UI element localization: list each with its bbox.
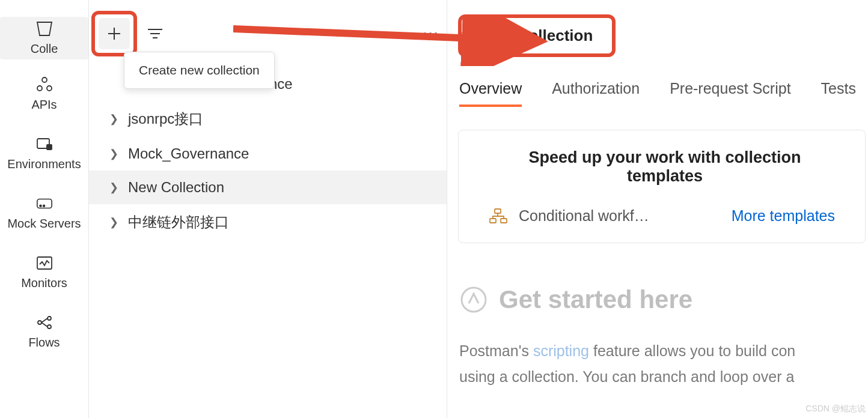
tree-label: New Collection [128,179,224,196]
nav-label: Environments [7,157,81,171]
chevron-right-icon: ❯ [109,147,118,160]
svg-point-1 [37,86,42,91]
svg-point-6 [40,205,41,207]
nav-label: Flows [28,336,60,350]
chevron-right-icon: ❯ [109,181,118,194]
svg-rect-8 [37,257,52,269]
tab-pre-request[interactable]: Pre-request Script [670,80,790,107]
svg-point-2 [47,86,52,91]
tab-tests[interactable]: Tests [821,80,856,107]
tree-label: 中继链外部接口 [128,213,229,232]
nav-monitors[interactable]: Monitors [0,255,88,290]
svg-rect-4 [47,145,52,150]
nav-flows[interactable]: Flows [0,314,88,350]
nav-rail: Colle APIs Environments Mock Servers Mon… [0,0,89,418]
description-text: Postman's scripting feature allows you t… [458,338,868,389]
more-templates-link[interactable]: More templates [732,207,835,225]
svg-point-0 [42,77,47,82]
chevron-right-icon: ❯ [109,216,118,229]
create-collection-tooltip: Create new collection [124,52,275,89]
svg-point-10 [47,317,51,320]
nav-label: APIs [31,98,57,112]
tree-label: jsonrpc接口 [128,109,203,129]
nav-label: Monitors [21,276,67,290]
workflow-icon [489,208,508,225]
create-collection-button[interactable] [99,18,130,49]
svg-point-19 [462,288,486,312]
svg-point-7 [43,205,44,207]
svg-line-15 [233,29,534,41]
annotation-arrow [233,18,564,66]
template-item[interactable]: Conditional workf… [489,207,649,225]
watermark: CSDN @鲲志说 [805,404,866,414]
tree-item[interactable]: ❯ 中继链外部接口 [89,204,447,240]
svg-rect-17 [490,219,496,223]
templates-card: Speed up your work with collection templ… [458,130,866,243]
nav-environments[interactable]: Environments [0,136,88,171]
chevron-right-icon: ❯ [109,112,118,126]
tab-overview[interactable]: Overview [459,80,522,107]
add-button-highlight [91,11,137,56]
nav-label: Colle [31,42,58,56]
template-item-label: Conditional workf… [519,207,649,225]
tabs: Overview Authorization Pre-request Scrip… [458,80,868,107]
sidebar: Create new collection nce ❯ jsonrpc接口 ❯ … [89,0,447,418]
flows-icon [36,314,53,331]
templates-title: Speed up your work with collection templ… [489,148,841,186]
get-started-heading: Get started here [458,285,868,314]
filter-button[interactable] [143,22,167,46]
tab-authorization[interactable]: Authorization [552,80,640,107]
get-started-title: Get started here [499,285,692,314]
tree-item[interactable]: ❯ jsonrpc接口 [89,101,447,137]
environments-icon [36,136,53,153]
tree-label: Mock_Governance [128,145,249,162]
scripting-link[interactable]: scripting [533,342,589,359]
apis-icon [36,76,53,93]
nav-label: Mock Servers [7,217,81,231]
tree-item[interactable]: ❯ New Collection [89,171,447,204]
svg-point-9 [38,321,41,324]
collections-icon [36,20,53,37]
svg-point-11 [47,325,51,329]
nav-collections[interactable]: Colle [0,17,88,59]
svg-rect-18 [501,219,507,223]
svg-rect-16 [495,209,501,213]
mock-servers-icon [36,195,53,212]
nav-mock-servers[interactable]: Mock Servers [0,195,88,231]
nav-apis[interactable]: APIs [0,76,88,112]
monitors-icon [36,255,53,271]
tree-item[interactable]: ❯ Mock_Governance [89,137,447,171]
collection-tree: nce ❯ jsonrpc接口 ❯ Mock_Governance ❯ New … [89,67,447,240]
postman-logo-icon [459,285,488,314]
